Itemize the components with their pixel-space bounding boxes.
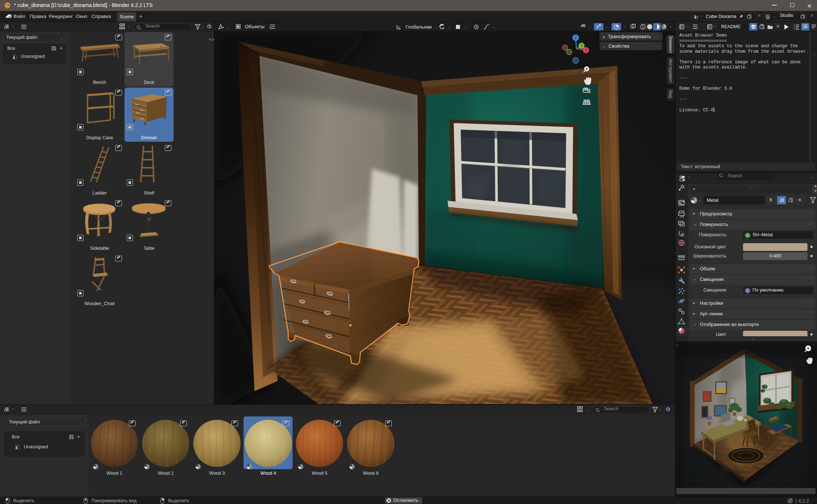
svg-text:Z: Z (575, 36, 577, 40)
svg-text:2: 2 (794, 27, 795, 30)
svg-text:Y: Y (580, 44, 583, 48)
svg-text:X: X (585, 48, 587, 52)
svg-text:1: 1 (794, 24, 795, 27)
